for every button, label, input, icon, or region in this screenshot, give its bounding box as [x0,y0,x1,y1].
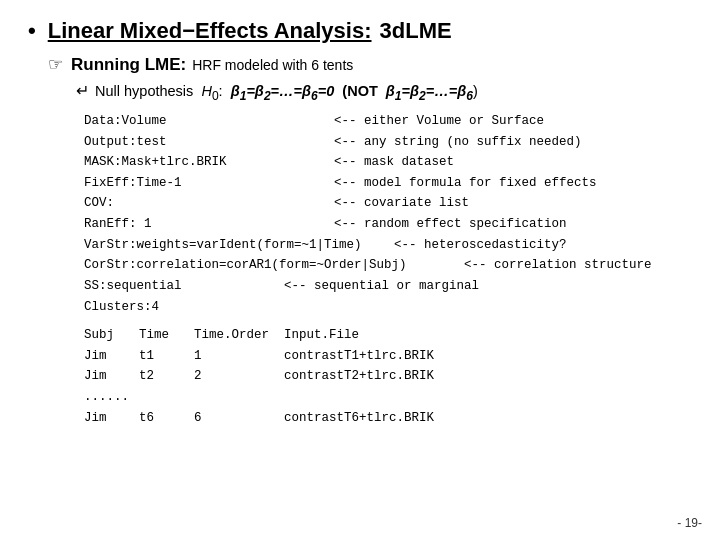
bullet-icon: • [28,18,36,44]
code-row-8: SS:sequential <-- sequential or marginal [84,276,692,297]
row1-subj: Jim [84,366,139,387]
col-header-subj: Subj [84,325,139,346]
rowlast-file: contrastT6+tlrc.BRIK [284,408,464,429]
code-right-8: <-- sequential or marginal [284,276,479,297]
code-left-4: COV: [84,193,334,214]
close-paren: ) [473,83,478,99]
code-row-6: VarStr:weights=varIdent(form=~1|Time) <-… [84,235,692,256]
code-right-4: <-- covariate list [334,193,469,214]
code-left-1: Output:test [84,132,334,153]
rowlast-time: t6 [139,408,194,429]
code-left-2: MASK:Mask+tlrc.BRIK [84,152,334,173]
page: • Linear Mixed−Effects Analysis: 3dLME ☞… [0,0,720,452]
data-row-last: Jim t6 6 contrastT6+tlrc.BRIK [84,408,692,429]
page-number: - 19- [677,516,702,530]
beta-eq: β1=β2=…=β6=0 [231,83,335,99]
code-left-0: Data:Volume [84,111,334,132]
running-lme-row: ☞ Running LME: HRF modeled with 6 tents [48,54,692,75]
row0-subj: Jim [84,346,139,367]
hand-icon: ☞ [48,54,63,75]
code-row-1: Output:test <-- any string (no suffix ne… [84,132,692,153]
code-right-0: <-- either Volume or Surface [334,111,544,132]
code-row-0: Data:Volume <-- either Volume or Surface [84,111,692,132]
code-right-5: <-- random effect specification [334,214,567,235]
col-header-inputfile: Input.File [284,325,464,346]
code-right-6: <-- heteroscedasticity? [394,235,567,256]
not-label: (NOT [342,83,377,99]
code-left-7: CorStr:correlation=corAR1(form=~Order|Su… [84,255,464,276]
code-right-1: <-- any string (no suffix needed) [334,132,582,153]
row-dots: ...... [84,387,139,408]
code-left-6: VarStr:weights=varIdent(form=~1|Time) [84,235,394,256]
data-table: Subj Time Time.Order Input.File Jim t1 1… [84,325,692,428]
code-right-7: <-- correlation structure [464,255,652,276]
col-header-timeorder: Time.Order [194,325,284,346]
row1-file: contrastT2+tlrc.BRIK [284,366,464,387]
code-row-4: COV: <-- covariate list [84,193,692,214]
code-row-3: FixEff:Time-1 <-- model formula for fixe… [84,173,692,194]
title-underline-text: Linear Mixed−Effects Analysis: [48,18,372,44]
code-left-9: Clusters:4 [84,297,334,318]
data-row-0: Jim t1 1 contrastT1+tlrc.BRIK [84,346,692,367]
code-left-3: FixEff:Time-1 [84,173,334,194]
code-row-2: MASK:Mask+tlrc.BRIK <-- mask dataset [84,152,692,173]
row0-file: contrastT1+tlrc.BRIK [284,346,464,367]
running-lme-label: Running LME: [71,55,186,75]
title-suffix: 3dLME [380,18,452,44]
row0-time: t1 [139,346,194,367]
code-row-9: Clusters:4 [84,297,692,318]
beta-neq: β1=β2=…=β6 [386,83,473,99]
rowlast-subj: Jim [84,408,139,429]
code-row-5: RanEff: 1 <-- random effect specificatio… [84,214,692,235]
code-table: Data:Volume <-- either Volume or Surface… [84,111,692,317]
arrow-icon: ↵ [76,81,89,100]
main-title: • Linear Mixed−Effects Analysis: 3dLME [28,18,692,44]
null-hyp-text: Null hypothesis H0: β1=β2=…=β6=0 (NOT β1… [95,83,478,103]
h0-label: H0: [201,83,222,99]
data-header-row: Subj Time Time.Order Input.File [84,325,692,346]
data-row-1: Jim t2 2 contrastT2+tlrc.BRIK [84,366,692,387]
code-right-3: <-- model formula for fixed effects [334,173,597,194]
null-hypothesis-row: ↵ Null hypothesis H0: β1=β2=…=β6=0 (NOT … [76,81,692,103]
running-lme-subtitle: HRF modeled with 6 tents [192,57,353,73]
code-right-2: <-- mask dataset [334,152,454,173]
rowlast-order: 6 [194,408,284,429]
row0-order: 1 [194,346,284,367]
code-left-5: RanEff: 1 [84,214,334,235]
code-left-8: SS:sequential [84,276,284,297]
data-row-dots: ...... [84,387,692,408]
row1-time: t2 [139,366,194,387]
code-row-7: CorStr:correlation=corAR1(form=~Order|Su… [84,255,692,276]
running-lme-section: ☞ Running LME: HRF modeled with 6 tents … [48,54,692,428]
row1-order: 2 [194,366,284,387]
col-header-time: Time [139,325,194,346]
